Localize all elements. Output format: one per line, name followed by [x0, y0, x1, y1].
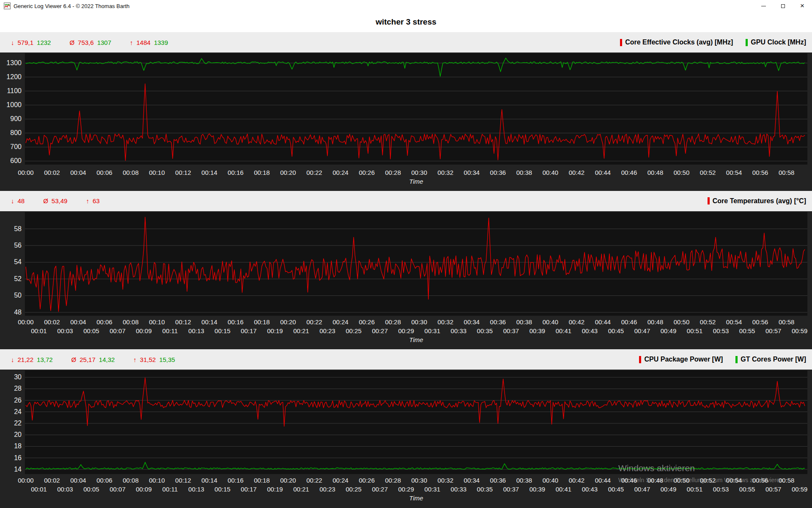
svg-text:00:51: 00:51 [687, 486, 702, 493]
chart-power[interactable]: 30282624222018161400:0000:0200:0400:0600… [0, 370, 812, 508]
max-icon: ↑ [130, 39, 133, 46]
series-color-bar [735, 356, 738, 363]
svg-text:00:40: 00:40 [543, 477, 558, 484]
legend-label: CPU Package Power [W] [644, 356, 723, 363]
svg-text:18: 18 [14, 443, 22, 450]
svg-text:00:18: 00:18 [254, 318, 269, 325]
svg-text:00:21: 00:21 [293, 486, 309, 493]
svg-text:00:14: 00:14 [201, 318, 217, 325]
chart-core-clocks[interactable]: 130012001100100090080070060000:0000:0200… [0, 52, 812, 191]
svg-text:00:12: 00:12 [175, 169, 191, 176]
svg-text:00:23: 00:23 [319, 486, 335, 493]
panel-power: ↓ 21,22 13,72 Ø 25,17 14,32 ↑ 31,52 15,3… [0, 349, 812, 508]
svg-text:600: 600 [10, 157, 22, 164]
svg-text:00:10: 00:10 [149, 477, 165, 484]
stats-clocks: ↓ 579,1 1232 Ø 753,6 1307 ↑ 1484 1339 [11, 39, 168, 46]
svg-text:00:44: 00:44 [595, 318, 611, 325]
avg-icon: Ø [71, 356, 77, 363]
svg-text:00:06: 00:06 [96, 318, 112, 325]
svg-text:00:55: 00:55 [739, 327, 755, 334]
svg-text:00:31: 00:31 [425, 327, 440, 334]
series-color-bar [746, 39, 748, 46]
titlebar[interactable]: Generic Log Viewer 6.4 - © 2022 Thomas B… [0, 0, 812, 12]
svg-text:00:25: 00:25 [346, 327, 361, 334]
svg-text:00:45: 00:45 [608, 486, 624, 493]
svg-text:00:02: 00:02 [44, 477, 60, 484]
svg-text:00:24: 00:24 [332, 318, 348, 325]
svg-text:50: 50 [14, 292, 22, 299]
svg-text:00:04: 00:04 [70, 477, 86, 484]
svg-text:00:41: 00:41 [556, 327, 571, 334]
series-color-bar [708, 197, 710, 204]
svg-text:00:52: 00:52 [700, 477, 716, 484]
svg-text:00:05: 00:05 [83, 486, 99, 493]
svg-text:00:34: 00:34 [464, 169, 480, 176]
svg-text:00:38: 00:38 [516, 318, 532, 325]
app-window: Generic Log Viewer 6.4 - © 2022 Thomas B… [0, 0, 812, 508]
svg-text:00:44: 00:44 [595, 477, 611, 484]
legend-item-core-effective-clocks: Core Effective Clocks (avg) [MHz] [620, 39, 733, 46]
svg-text:56: 56 [14, 242, 22, 249]
svg-text:00:24: 00:24 [332, 477, 348, 484]
svg-text:00:22: 00:22 [306, 477, 322, 484]
stat-value-red: 753,6 [78, 39, 94, 46]
legend-label: Core Temperatures (avg) [°C] [713, 197, 806, 205]
stat-value-red: 31,52 [140, 356, 156, 363]
legend-item-cpu-package-power: CPU Package Power [W] [639, 356, 723, 363]
svg-text:00:24: 00:24 [332, 169, 348, 176]
stat-min: ↓ 579,1 1232 [11, 39, 51, 46]
svg-text:16: 16 [14, 454, 22, 461]
svg-text:00:15: 00:15 [214, 486, 230, 493]
svg-text:00:58: 00:58 [779, 169, 794, 176]
svg-text:00:18: 00:18 [254, 477, 269, 484]
svg-text:00:04: 00:04 [70, 318, 86, 325]
svg-text:1100: 1100 [7, 87, 22, 94]
svg-text:00:54: 00:54 [726, 169, 742, 176]
svg-text:00:03: 00:03 [57, 327, 73, 334]
svg-text:00:56: 00:56 [752, 477, 768, 484]
stat-avg: Ø 25,17 14,32 [71, 356, 115, 363]
legend-label: GT Cores Power [W] [741, 356, 806, 363]
svg-text:48: 48 [14, 309, 22, 316]
svg-text:24: 24 [14, 408, 22, 415]
svg-text:00:28: 00:28 [385, 477, 401, 484]
svg-text:00:37: 00:37 [503, 486, 519, 493]
svg-text:00:20: 00:20 [280, 169, 296, 176]
svg-text:00:30: 00:30 [411, 169, 427, 176]
svg-text:00:19: 00:19 [267, 486, 283, 493]
stat-value-green: 1307 [97, 39, 111, 46]
svg-text:00:46: 00:46 [621, 477, 637, 484]
max-icon: ↑ [86, 197, 89, 204]
close-button[interactable]: × [793, 0, 812, 12]
svg-text:00:28: 00:28 [385, 318, 401, 325]
stat-value-green: 15,35 [159, 356, 175, 363]
legend-clocks: Core Effective Clocks (avg) [MHz] GPU Cl… [620, 39, 806, 46]
svg-text:00:31: 00:31 [425, 486, 440, 493]
stat-min: ↓ 21,22 13,72 [11, 356, 53, 363]
svg-text:00:08: 00:08 [123, 318, 138, 325]
maximize-restore-button[interactable] [773, 0, 793, 12]
svg-text:00:30: 00:30 [411, 318, 427, 325]
svg-text:00:52: 00:52 [700, 169, 716, 176]
page-header: witcher 3 stress [0, 12, 812, 32]
min-icon: ↓ [11, 356, 14, 363]
svg-text:00:26: 00:26 [359, 477, 374, 484]
svg-text:26: 26 [14, 397, 22, 404]
svg-text:00:36: 00:36 [490, 477, 506, 484]
svg-text:00:30: 00:30 [411, 477, 427, 484]
svg-text:00:15: 00:15 [214, 327, 230, 334]
svg-text:00:06: 00:06 [96, 169, 112, 176]
svg-text:00:34: 00:34 [464, 477, 480, 484]
svg-text:00:00: 00:00 [18, 318, 33, 325]
panel-core-clocks: ↓ 579,1 1232 Ø 753,6 1307 ↑ 1484 1339 [0, 32, 812, 191]
svg-text:800: 800 [10, 129, 22, 136]
svg-text:00:08: 00:08 [123, 477, 138, 484]
minimize-button[interactable] [754, 0, 773, 12]
stat-value-red: 579,1 [18, 39, 34, 46]
svg-text:00:41: 00:41 [556, 486, 571, 493]
chart-core-temperatures[interactable]: 58565452504800:0000:0200:0400:0600:0800:… [0, 211, 812, 350]
svg-text:00:02: 00:02 [44, 169, 60, 176]
svg-text:00:12: 00:12 [175, 318, 191, 325]
svg-text:00:09: 00:09 [136, 327, 151, 334]
svg-text:00:43: 00:43 [582, 486, 598, 493]
